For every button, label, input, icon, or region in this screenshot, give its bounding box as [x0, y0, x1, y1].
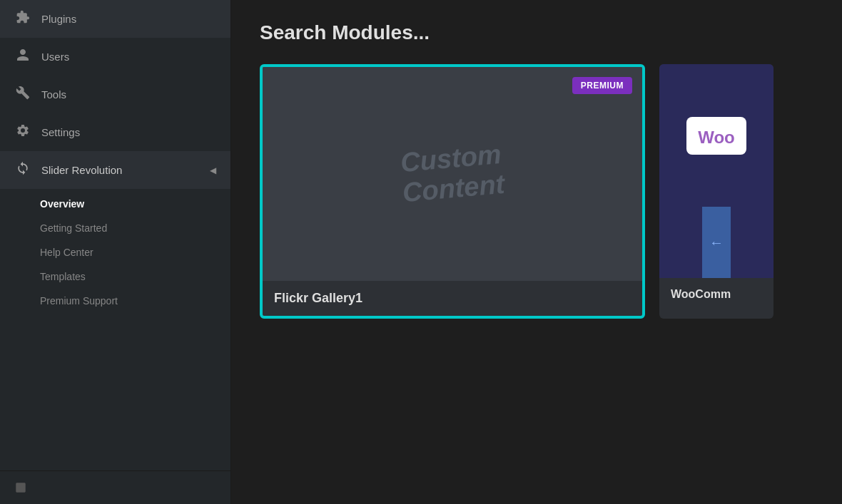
custom-content-watermark: Custom Content — [399, 140, 506, 208]
flickr-gallery-label: Flickr Gallery1 — [263, 281, 642, 316]
submenu-item-getting-started[interactable]: Getting Started — [0, 216, 230, 240]
sidebar-footer — [0, 470, 230, 504]
tools-label: Tools — [41, 88, 66, 101]
slider-revolution-label: Slider Revolution — [41, 164, 122, 176]
submenu-item-premium-support[interactable]: Premium Support — [0, 289, 230, 313]
settings-label: Settings — [41, 126, 80, 138]
sidebar-item-tools[interactable]: Tools — [0, 76, 230, 113]
modules-grid: Custom Content PREMIUM Flickr Gallery1 W… — [260, 64, 821, 319]
settings-icon — [14, 123, 31, 141]
tools-icon — [14, 86, 31, 103]
users-label: Users — [41, 51, 69, 63]
sidebar-item-slider-revolution[interactable]: Slider Revolution ◀ — [0, 151, 230, 189]
module-card-flickr-gallery[interactable]: Custom Content PREMIUM Flickr Gallery1 — [260, 64, 645, 319]
submenu-item-templates[interactable]: Templates — [0, 264, 230, 289]
woo-logo: Woo — [686, 117, 746, 155]
sidebar-item-settings[interactable]: Settings — [0, 113, 230, 151]
sidebar-item-plugins[interactable]: Plugins — [0, 0, 230, 38]
woocommerce-label: WooComm — [659, 278, 773, 311]
plugins-icon — [14, 10, 31, 28]
sidebar-item-users[interactable]: Users — [0, 38, 230, 76]
users-icon — [14, 48, 31, 66]
sidebar: Plugins Users Tools Settings Slider Revo… — [0, 0, 231, 504]
chevron-icon: ◀ — [210, 165, 216, 175]
submenu-item-help-center[interactable]: Help Center — [0, 240, 230, 264]
flickr-gallery-thumbnail: Custom Content PREMIUM — [263, 67, 642, 281]
woocommerce-thumbnail: Woo ← — [659, 64, 773, 278]
page-title: Search Modules... — [260, 21, 821, 44]
plugins-label: Plugins — [41, 13, 76, 25]
module-card-woocommerce[interactable]: Woo ← WooComm — [659, 64, 773, 319]
submenu-item-overview[interactable]: Overview — [0, 192, 230, 216]
main-content: Search Modules... Custom Content PREMIUM… — [231, 0, 842, 504]
premium-badge: PREMIUM — [572, 77, 632, 94]
slider-revolution-submenu: Overview Getting Started Help Center Tem… — [0, 189, 230, 319]
woo-arrow-icon: ← — [709, 235, 724, 251]
slider-revolution-icon — [14, 161, 31, 179]
